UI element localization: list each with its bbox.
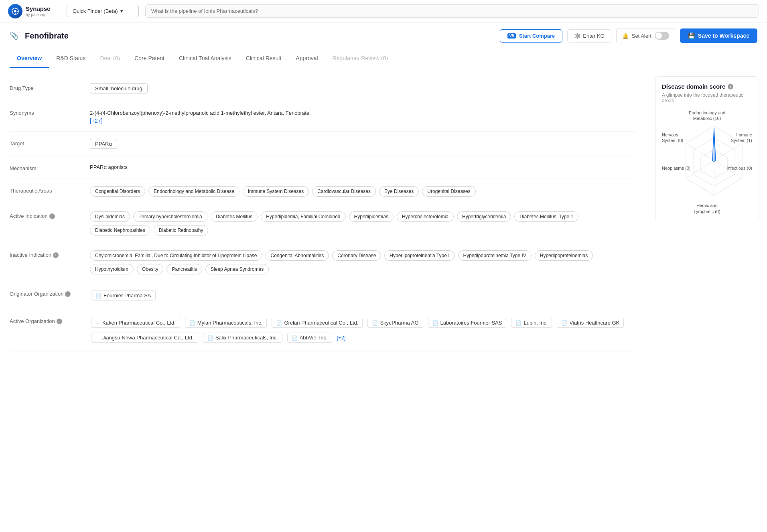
inactive-indication-row: Inactive Indication i Chylomicronemia, F…: [10, 243, 637, 282]
target-label: Target: [10, 139, 82, 146]
search-input[interactable]: [145, 4, 759, 18]
tab-approval[interactable]: Approval: [288, 49, 325, 68]
target-badge: PPARα: [90, 139, 117, 149]
inactive-indication-tag: Obesity: [137, 264, 164, 274]
therapeutic-area-tag: Urogenital Diseases: [422, 186, 475, 197]
synonyms-more-link[interactable]: [+27]: [90, 118, 103, 124]
navbar: Synapse by palsnap Quick Finder (Beta) ▾: [0, 0, 767, 22]
active-indication-row: Active Indication i DyslipidemiasPrimary…: [10, 204, 637, 243]
save-icon: 💾: [688, 32, 695, 39]
inactive-indication-tag: Pancreatitis: [166, 264, 202, 274]
active-indication-info-icon[interactable]: i: [49, 213, 55, 219]
inactive-indication-info-icon[interactable]: i: [53, 252, 59, 258]
drug-type-value: Small molecule drug: [90, 83, 637, 93]
doc-icon: 📄: [189, 320, 195, 326]
toggle-knob: [655, 32, 662, 39]
brand-name: Synapse: [26, 5, 51, 12]
active-org-row: Active Organization i —Kaken Pharmaceuti…: [10, 309, 637, 351]
active-org-item: 📄Grelan Pharmaceutical Co., Ltd.: [272, 318, 363, 328]
mechanism-value: PPARα agonists: [90, 164, 637, 170]
inactive-indication-tag: Sleep Apnea Syndromes: [205, 264, 269, 274]
active-org-item: 📄Mylan Pharmaceuticals, Inc.: [185, 318, 267, 328]
originator-info-icon[interactable]: i: [65, 291, 71, 297]
bell-icon: 🔔: [622, 33, 629, 39]
brand-text: Synapse by palsnap: [26, 5, 51, 17]
disease-panel-subtitle: A glimpse into the focused therapeutic a…: [662, 92, 752, 104]
tab-deal--0-: Deal (0): [93, 49, 127, 68]
disease-info-icon[interactable]: i: [728, 84, 733, 89]
quick-finder-button[interactable]: Quick Finder (Beta) ▾: [67, 5, 139, 17]
mechanism-row: Mechanism PPARα agonists: [10, 156, 637, 179]
save-workspace-label: Save to Workspace: [698, 32, 749, 39]
synonyms-row: Synonyms 2-(4-(4-Chlorobenzoyl)phenoxy)-…: [10, 101, 637, 132]
brand-sub: by palsnap: [26, 12, 51, 17]
active-indication-tag: Hyperlipidemia, Familial Combined: [261, 211, 345, 222]
kg-icon: 🕸️: [574, 33, 580, 39]
tab-clinical-result[interactable]: Clinical Result: [239, 49, 289, 68]
active-indication-tags: DyslipidemiasPrimary hypercholesterolemi…: [90, 211, 637, 236]
drug-type-badge: Small molecule drug: [90, 83, 148, 93]
active-org-label: Active Organization i: [10, 317, 82, 324]
originator-row: Originator Organization i 📄 Fournier Pha…: [10, 282, 637, 309]
chevron-down-icon: ▾: [120, 8, 123, 14]
tab-core-patent[interactable]: Core Patent: [127, 49, 172, 68]
active-org-item: [+2]: [337, 333, 346, 343]
active-org-item: 📄AbbVie, Inc.: [287, 333, 332, 343]
active-org-value: —Kaken Pharmaceutical Co., Ltd.📄Mylan Ph…: [90, 317, 637, 344]
set-alert-button[interactable]: 🔔 Set Alert: [616, 28, 675, 43]
doc-icon: 📄: [207, 335, 213, 341]
active-indication-tag: Diabetic Nephropathies: [90, 225, 150, 236]
originator-value: 📄 Fournier Pharma SA: [90, 289, 637, 302]
active-org-item: —Kaken Pharmaceutical Co., Ltd.: [91, 318, 180, 328]
tab-r&d-status[interactable]: R&D Status: [49, 49, 93, 68]
active-indication-tag: Diabetic Retinopathy: [154, 225, 209, 236]
radar-svg: [662, 110, 766, 214]
synonyms-text: 2-(4-(4-Chlorobenzoyl)phenoxy)-2-methylp…: [90, 110, 311, 116]
disease-domain-panel: Disease domain score i A glimpse into th…: [655, 76, 759, 221]
dash-icon: —: [95, 320, 100, 326]
radar-chart-container: Endocrinology andMetabolic (10) ImmuneSy…: [662, 110, 752, 214]
active-org-info-icon[interactable]: i: [57, 319, 62, 324]
therapeutic-area-tag: Eye Diseases: [379, 186, 419, 197]
drug-type-label: Drug Type: [10, 83, 82, 91]
v5-badge: V5: [507, 33, 515, 39]
therapeutic-area-tag: Endocrinology and Metabolic Disease: [148, 186, 239, 197]
inactive-indication-tag: Hyperlipoproteinemias: [535, 250, 593, 261]
tab-navigation: OverviewR&D StatusDeal (0)Core PatentCli…: [0, 49, 767, 68]
inactive-indication-label: Inactive Indication i: [10, 250, 82, 258]
tab-clinical-trial-analysis[interactable]: Clinical Trial Analysis: [172, 49, 239, 68]
active-indication-tag: Hyperlipidemias: [349, 211, 394, 222]
enter-kg-label: Enter KG: [583, 33, 604, 39]
therapeutic-areas-label: Therapeutic Areas: [10, 186, 82, 194]
doc-icon: 📄: [372, 320, 378, 326]
inactive-indication-tag: Hyperlipoproteinemia Type IV: [458, 250, 532, 261]
tab-regulatory-review--0-: Regulatory Review (0): [325, 49, 396, 68]
alert-toggle[interactable]: [655, 32, 669, 40]
active-org-item: ←Jiangsu Nhwa Pharmaceutical Co., Ltd.: [91, 333, 198, 343]
drug-icon: 📎: [10, 31, 18, 40]
disease-panel-title: Disease domain score i: [662, 83, 752, 90]
arrow-icon: ←: [95, 335, 100, 341]
start-compare-button[interactable]: V5 Start Compare: [500, 29, 562, 43]
page-header: 📎 Fenofibrate V5 Start Compare 🕸️ Enter …: [0, 22, 767, 49]
logo-icon: [8, 4, 22, 18]
active-indication-tag: Dyslipidemias: [90, 211, 130, 222]
active-indication-tag: Diabetes Mellitus: [211, 211, 258, 222]
main-content: Drug Type Small molecule drug Synonyms 2…: [0, 68, 767, 359]
drug-title: Fenofibrate: [25, 31, 493, 41]
therapeutic-area-tag: Immune System Diseases: [243, 186, 309, 197]
target-row: Target PPARα: [10, 132, 637, 156]
save-workspace-button[interactable]: 💾 Save to Workspace: [680, 28, 757, 43]
logo-area: Synapse by palsnap: [8, 4, 60, 18]
tab-overview[interactable]: Overview: [10, 49, 49, 68]
therapeutic-areas-tags: Congenital DisordersEndocrinology and Me…: [90, 186, 637, 197]
active-org-item: 📄SkyePharma AG: [367, 318, 423, 328]
therapeutic-area-tag: Congenital Disorders: [90, 186, 145, 197]
active-indication-tag: Hypercholesterolemia: [397, 211, 454, 222]
therapeutic-area-tag: Cardiovascular Diseases: [312, 186, 376, 197]
synonyms-label: Synonyms: [10, 108, 82, 116]
enter-kg-button[interactable]: 🕸️ Enter KG: [567, 29, 611, 43]
inactive-indication-tag: Chylomicronemia, Familial, Due to Circul…: [90, 250, 262, 261]
start-compare-label: Start Compare: [519, 33, 555, 39]
doc-icon: 📄: [561, 320, 567, 326]
